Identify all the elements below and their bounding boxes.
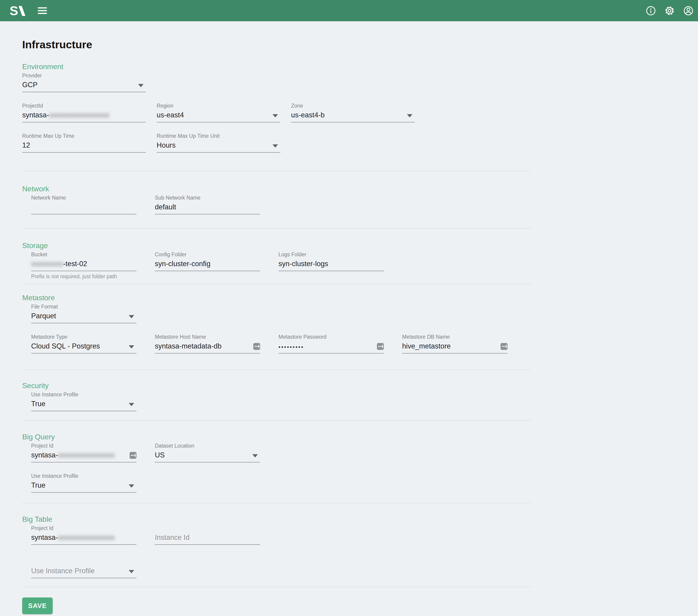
- region-field: Region us-east4: [157, 103, 280, 123]
- zone-field: Zone us-east4-b: [291, 103, 415, 123]
- info-icon: [645, 5, 656, 16]
- big-query-row-2: Use Instance Profile True: [31, 473, 698, 493]
- field-label: Metastore DB Name: [402, 334, 507, 340]
- project-id-field: ProjectId syntasa-xxxxxxxxxxxxxxxxx: [22, 103, 146, 123]
- section-divider: [22, 228, 531, 229]
- config-folder-input[interactable]: syn-cluster-config: [155, 259, 260, 271]
- save-button[interactable]: SAVE: [22, 598, 53, 614]
- account-icon: [683, 5, 694, 16]
- section-divider: [22, 420, 531, 421]
- infrastructure-page: S: [0, 0, 698, 616]
- value-prefix: syntasa-: [31, 533, 58, 541]
- section-divider: [22, 503, 531, 503]
- input-field-icon[interactable]: [377, 343, 384, 350]
- big-table-project-id-input[interactable]: syntasa-xxxxxxxxxxxxxxxx: [31, 533, 137, 545]
- dropdown-arrow-icon: [129, 345, 134, 348]
- big-table-row-2: Use Instance Profile: [31, 559, 698, 578]
- settings-button[interactable]: [664, 5, 675, 16]
- field-label: Network Name: [31, 195, 137, 201]
- metastore-type-select[interactable]: Cloud SQL - Postgres: [31, 342, 137, 354]
- metastore-db-name-input[interactable]: hive_metastore: [402, 342, 507, 354]
- gear-icon: [664, 5, 675, 16]
- big-query-use-instance-profile-select[interactable]: True: [31, 481, 137, 493]
- field-label: Zone: [291, 103, 415, 109]
- big-query-use-instance-profile-field: Use Instance Profile True: [31, 473, 137, 493]
- sub-network-name-input[interactable]: default: [155, 202, 260, 214]
- section-heading-big-table: Big Table: [22, 515, 698, 523]
- dataset-location-select[interactable]: US: [155, 450, 260, 462]
- metastore-host-name-input[interactable]: syntasa-metadata-db: [155, 342, 260, 354]
- logs-folder-field: Logs Folder syn-cluster-logs: [278, 252, 384, 280]
- menu-button[interactable]: [36, 5, 49, 16]
- field-label: ProjectId: [22, 103, 146, 109]
- value: default: [155, 203, 176, 211]
- section-heading-metastore: Metastore: [22, 293, 698, 302]
- value-prefix: syntasa-: [22, 111, 49, 119]
- metastore-password-input[interactable]: •••••••••: [278, 342, 384, 354]
- security-use-instance-profile-select[interactable]: True: [31, 399, 137, 411]
- main-content: Infrastructure Environment Provider GCP …: [0, 38, 698, 614]
- instance-id-field: Instance Id: [155, 525, 260, 545]
- field-label: Runtime Max Up Time: [22, 133, 146, 139]
- bucket-input[interactable]: xxxxxxxxx-test-02: [31, 259, 137, 271]
- dropdown-arrow-icon: [407, 114, 413, 117]
- selected-value: Hours: [157, 141, 176, 149]
- environment-row-2: ProjectId syntasa-xxxxxxxxxxxxxxxxx Regi…: [22, 103, 698, 123]
- big-table-use-instance-profile-select[interactable]: Use Instance Profile: [31, 567, 137, 578]
- selected-value: Parquet: [31, 312, 56, 320]
- field-label: Use Instance Profile: [31, 473, 137, 479]
- section-divider: [22, 284, 531, 284]
- section-heading-security: Security: [22, 382, 698, 390]
- field-label: Metastore Host Name: [155, 334, 260, 340]
- network-name-field: Network Name: [31, 195, 137, 214]
- section-heading-environment: Environment: [22, 62, 698, 71]
- runtime-max-up-time-unit-select[interactable]: Hours: [157, 141, 280, 153]
- field-label: Runtime Max Up Time Unit: [157, 133, 280, 139]
- value: 12: [22, 141, 30, 149]
- redacted-value: xxxxxxxxxxxxxxxx: [58, 533, 115, 541]
- redacted-value: xxxxxxxxx: [31, 260, 63, 268]
- input-field-icon[interactable]: [253, 343, 260, 350]
- instance-id-input[interactable]: Instance Id: [155, 533, 260, 545]
- dataset-location-field: Dataset Location US: [155, 443, 260, 462]
- section-divider: [22, 587, 531, 587]
- field-label: Region: [157, 103, 280, 109]
- config-folder-field: Config Folder syn-cluster-config: [155, 252, 260, 280]
- input-field-icon[interactable]: [501, 343, 507, 350]
- field-label: Metastore Password: [278, 334, 384, 340]
- field-label: Project Id: [31, 525, 137, 531]
- info-button[interactable]: [645, 5, 656, 16]
- big-query-project-id-field: Project Id syntasa-xxxxxxxxxxxxxxxx: [31, 443, 137, 462]
- region-select[interactable]: us-east4: [157, 111, 280, 123]
- environment-row-1: Provider GCP: [22, 73, 698, 92]
- zone-select[interactable]: us-east4-b: [291, 111, 415, 123]
- account-button[interactable]: [683, 5, 694, 16]
- project-id-input[interactable]: syntasa-xxxxxxxxxxxxxxxxx: [22, 111, 146, 123]
- security-use-instance-profile-field: Use Instance Profile True: [31, 391, 137, 411]
- runtime-max-up-time-input[interactable]: 12: [22, 141, 146, 153]
- dropdown-arrow-icon: [129, 570, 134, 573]
- file-format-select[interactable]: Parquet: [31, 312, 137, 323]
- field-label: Bucket: [31, 252, 137, 257]
- dropdown-arrow-icon: [129, 315, 134, 318]
- network-row: Network Name Sub Network Name default: [31, 195, 698, 214]
- value: syn-cluster-logs: [278, 260, 328, 268]
- runtime-max-up-time-unit-field: Runtime Max Up Time Unit Hours: [157, 133, 280, 153]
- provider-select[interactable]: GCP: [22, 80, 146, 92]
- section-divider: [22, 370, 531, 370]
- metastore-host-name-field: Metastore Host Name syntasa-metadata-db: [155, 334, 260, 354]
- big-table-project-id-field: Project Id syntasa-xxxxxxxxxxxxxxxx: [31, 525, 137, 545]
- bucket-hint: Prefix is not required, just folder path: [31, 273, 137, 280]
- security-row: Use Instance Profile True: [31, 391, 698, 411]
- value-suffix: -test-02: [63, 260, 87, 268]
- big-query-row-1: Project Id syntasa-xxxxxxxxxxxxxxxx Data…: [31, 443, 698, 462]
- logs-folder-input[interactable]: syn-cluster-logs: [278, 259, 384, 271]
- selected-value: US: [155, 451, 165, 459]
- metastore-db-name-field: Metastore DB Name hive_metastore: [402, 334, 507, 354]
- dropdown-arrow-icon: [252, 454, 258, 457]
- syntasa-logo: S: [10, 4, 24, 17]
- network-name-input[interactable]: [31, 202, 137, 214]
- input-field-icon[interactable]: [130, 452, 137, 459]
- big-query-project-id-input[interactable]: syntasa-xxxxxxxxxxxxxxxx: [31, 450, 137, 462]
- selected-value: us-east4-b: [291, 111, 324, 119]
